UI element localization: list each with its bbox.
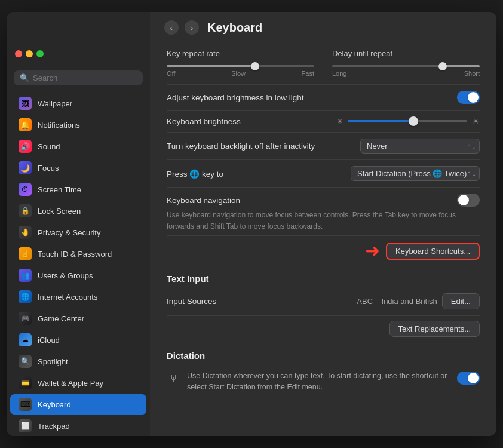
keyboard-shortcuts-button[interactable]: Keyboard Shortcuts... bbox=[386, 243, 480, 260]
sidebar-item-privacy[interactable]: 🤚 Privacy & Security bbox=[10, 222, 146, 243]
page-title: Keyboard bbox=[207, 21, 262, 35]
spotlight-icon: 🔍 bbox=[19, 355, 32, 368]
sidebar-item-internet[interactable]: 🌐 Internet Accounts bbox=[10, 287, 146, 307]
backlight-select-wrapper: Never bbox=[360, 139, 480, 154]
sidebar-item-label: Trackpad bbox=[38, 422, 70, 431]
delay-thumb[interactable] bbox=[438, 62, 447, 70]
delay-track[interactable] bbox=[332, 65, 480, 67]
text-replacements-button[interactable]: Text Replacements... bbox=[389, 321, 480, 337]
sidebar-item-label: Sound bbox=[38, 142, 60, 151]
screen-time-icon: ⏱ bbox=[19, 183, 32, 196]
sidebar-item-game-center[interactable]: 🎮 Game Center bbox=[10, 308, 146, 329]
repeat-slow-label: Slow bbox=[231, 70, 246, 77]
toggle-knob bbox=[468, 373, 479, 383]
sidebar-item-wallpaper[interactable]: 🖼 Wallpaper bbox=[10, 93, 146, 113]
internet-icon: 🌐 bbox=[19, 290, 32, 303]
sidebar-item-lock-screen[interactable]: 🔒 Lock Screen bbox=[10, 201, 146, 221]
wallpaper-icon: 🖼 bbox=[19, 97, 32, 110]
press-key-select[interactable]: Start Dictation (Press 🌐 Twice) bbox=[351, 166, 480, 181]
sidebar-item-notifications[interactable]: 🔔 Notifications bbox=[10, 115, 146, 135]
keyboard-icon: ⌨ bbox=[19, 398, 32, 411]
press-key-label: Press 🌐 key to bbox=[167, 169, 223, 179]
close-button[interactable] bbox=[15, 50, 22, 57]
brightness-high-icon: ☀ bbox=[472, 116, 480, 126]
focus-icon: 🌙 bbox=[19, 161, 32, 174]
brightness-thumb[interactable] bbox=[409, 116, 418, 126]
input-sources-row: Input Sources ABC – India and British Ed… bbox=[167, 287, 480, 316]
keyboard-brightness-row: Keyboard brightness ☀ ☀ bbox=[167, 111, 480, 133]
delay-short-label: Short bbox=[464, 70, 480, 77]
sidebar-item-sound[interactable]: 🔊 Sound bbox=[10, 136, 146, 157]
sidebar-item-icloud[interactable]: ☁ iCloud bbox=[10, 330, 146, 350]
backlight-select[interactable]: Never bbox=[360, 139, 480, 154]
dictation-toggle[interactable] bbox=[457, 372, 480, 385]
delay-repeat-slider-group: Delay until repeat Long Short bbox=[332, 49, 480, 77]
main-window: 🔍 🖼 Wallpaper 🔔 Notifications 🔊 Sound 🌙 … bbox=[7, 12, 496, 436]
wallet-icon: 💳 bbox=[19, 376, 32, 389]
brightness-track[interactable] bbox=[348, 120, 467, 122]
forward-icon: › bbox=[191, 23, 193, 32]
delay-label: Delay until repeat bbox=[332, 49, 480, 58]
sidebar-item-label: Internet Accounts bbox=[38, 293, 97, 302]
sidebar-item-label: Screen Time bbox=[38, 185, 81, 194]
dictation-text: Use Dictation wherever you can type text… bbox=[187, 370, 450, 393]
adjust-brightness-row: Adjust keyboard brightness in low light bbox=[167, 85, 480, 111]
keyboard-nav-description: Use keyboard navigation to move focus be… bbox=[167, 211, 456, 231]
dictation-left: 🎙 Use Dictation wherever you can type te… bbox=[167, 370, 450, 393]
search-box[interactable]: 🔍 bbox=[14, 70, 143, 85]
search-icon: 🔍 bbox=[20, 73, 29, 82]
adjust-brightness-toggle[interactable] bbox=[457, 91, 480, 104]
brightness-slider-control: ☀ ☀ bbox=[337, 116, 480, 126]
input-source-value: ABC – India and British bbox=[357, 297, 437, 306]
sidebar-item-trackpad[interactable]: ⬜ Trackpad bbox=[10, 416, 146, 436]
sidebar-item-label: Notifications bbox=[38, 121, 80, 130]
key-repeat-thumb[interactable] bbox=[251, 62, 259, 70]
keyboard-nav-toggle[interactable] bbox=[457, 194, 480, 207]
mic-icon: 🎙 bbox=[167, 372, 181, 386]
press-key-select-wrapper: Start Dictation (Press 🌐 Twice) bbox=[351, 166, 480, 181]
sidebar-item-label: Game Center bbox=[38, 314, 84, 323]
sidebar-item-label: Wallpaper bbox=[38, 99, 72, 108]
sidebar-item-touch-id[interactable]: ☝ Touch ID & Password bbox=[10, 244, 146, 264]
notifications-icon: 🔔 bbox=[19, 118, 32, 131]
sidebar-list: 🔍 🖼 Wallpaper 🔔 Notifications 🔊 Sound 🌙 … bbox=[7, 66, 150, 436]
back-button[interactable]: ‹ bbox=[164, 20, 179, 35]
sound-icon: 🔊 bbox=[19, 140, 32, 153]
keyboard-brightness-label: Keyboard brightness bbox=[167, 117, 241, 126]
key-repeat-section: Key repeat rate Off Slow Fast Delay unti… bbox=[167, 45, 480, 85]
main-header: ‹ › Keyboard bbox=[150, 12, 496, 41]
search-input[interactable] bbox=[33, 73, 137, 82]
dictation-row: 🎙 Use Dictation wherever you can type te… bbox=[167, 364, 480, 399]
sidebar-item-keyboard[interactable]: ⌨ Keyboard bbox=[10, 394, 146, 415]
sidebar-item-spotlight[interactable]: 🔍 Spotlight bbox=[10, 351, 146, 372]
sidebar-item-wallet[interactable]: 💳 Wallet & Apple Pay bbox=[10, 373, 146, 393]
edit-button[interactable]: Edit... bbox=[442, 293, 480, 309]
sidebar-item-users[interactable]: 👥 Users & Groups bbox=[10, 265, 146, 286]
touch-id-icon: ☝ bbox=[19, 247, 32, 260]
keyboard-nav-label: Keyboard navigation bbox=[167, 196, 240, 205]
adjust-brightness-label: Adjust keyboard brightness in low light bbox=[167, 93, 304, 102]
backlight-timeout-row: Turn keyboard backlight off after inacti… bbox=[167, 133, 480, 160]
key-repeat-track[interactable] bbox=[167, 65, 314, 67]
repeat-fast-label: Fast bbox=[302, 70, 314, 77]
minimize-button[interactable] bbox=[26, 50, 33, 57]
keyboard-navigation-row: Keyboard navigation Use keyboard navigat… bbox=[167, 188, 480, 236]
sidebar-item-label: Users & Groups bbox=[38, 271, 93, 280]
forward-button[interactable]: › bbox=[185, 20, 199, 35]
main-content: Key repeat rate Off Slow Fast Delay unti… bbox=[150, 41, 496, 436]
sidebar-item-focus[interactable]: 🌙 Focus bbox=[10, 158, 146, 178]
dictation-header: Dictation bbox=[167, 351, 480, 361]
trackpad-icon: ⬜ bbox=[19, 419, 32, 432]
sidebar: 🔍 🖼 Wallpaper 🔔 Notifications 🔊 Sound 🌙 … bbox=[7, 12, 150, 436]
sidebar-item-label: Focus bbox=[38, 164, 59, 173]
text-input-header: Text Input bbox=[167, 274, 480, 284]
backlight-label: Turn keyboard backlight off after inacti… bbox=[167, 142, 315, 151]
maximize-button[interactable] bbox=[36, 50, 44, 57]
privacy-icon: 🤚 bbox=[19, 226, 32, 239]
sidebar-item-label: Spotlight bbox=[38, 357, 68, 366]
sidebar-item-screen-time[interactable]: ⏱ Screen Time bbox=[10, 179, 146, 200]
sidebar-item-label: Wallet & Apple Pay bbox=[38, 379, 103, 388]
brightness-low-icon: ☀ bbox=[337, 118, 343, 125]
sidebar-item-label: Touch ID & Password bbox=[38, 250, 112, 259]
red-arrow-icon: ➜ bbox=[365, 242, 380, 260]
